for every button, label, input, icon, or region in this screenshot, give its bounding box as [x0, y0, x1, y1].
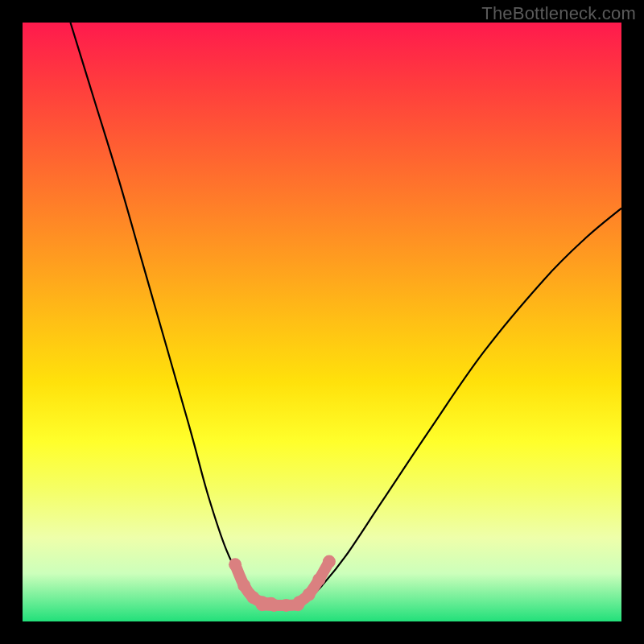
series-right-curve — [304, 208, 621, 604]
series-dot-highlight-bottom — [256, 598, 269, 611]
chart-frame: TheBottleneck.com — [0, 0, 644, 644]
series-dot-highlight-left — [229, 558, 242, 571]
series-dot-highlight-bottom — [279, 599, 292, 612]
series-dot-highlight-bottom — [268, 599, 281, 612]
series-dot-highlight-left — [237, 579, 250, 592]
series-left-curve — [71, 23, 262, 604]
series-dot-highlight-right — [303, 588, 316, 601]
series-dot-highlight-right — [312, 573, 325, 586]
series-dot-highlight-right — [323, 555, 336, 568]
chart-svg — [23, 23, 621, 621]
watermark-text: TheBottleneck.com — [481, 3, 636, 24]
